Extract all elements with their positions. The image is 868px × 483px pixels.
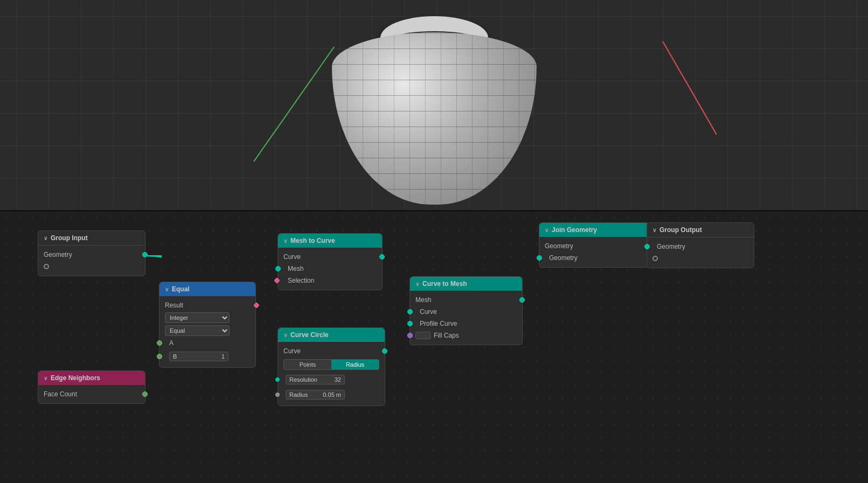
fill-caps-label: Fill Caps	[434, 332, 459, 339]
curve-output-socket	[379, 254, 385, 260]
equal-body: Result Integer Float Equal Not Equal A B…	[159, 296, 255, 367]
equal-title: Equal	[172, 285, 190, 293]
mesh-to-curve-header: ∨ Mesh to Curve	[278, 234, 382, 248]
ctm-curve-input-socket	[407, 309, 413, 314]
ctm-curve-input: Curve	[410, 306, 522, 318]
a-input-socket	[157, 340, 162, 346]
go-geo-label: Geometry	[652, 243, 748, 250]
chevron-icon-8: ∨	[652, 227, 656, 233]
ctm-mesh-output: Mesh	[410, 294, 522, 306]
mtc-mesh-input: Mesh	[278, 263, 382, 275]
edge-neighbors-title: Edge Neighbors	[51, 374, 100, 382]
fill-caps-toggle[interactable]	[415, 332, 430, 339]
curve-circle-header: ∨ Curve Circle	[278, 328, 385, 342]
viewport-3d[interactable]	[0, 0, 868, 210]
equal-a-row: A	[159, 337, 255, 349]
face-count-label: Face Count	[44, 390, 140, 398]
ctm-mesh-socket	[519, 297, 525, 303]
mesh-input-label: Mesh	[283, 265, 377, 272]
chevron-icon-5: ∨	[283, 332, 287, 338]
ctm-curve-input-label: Curve	[415, 308, 517, 316]
jg-geo-in-socket	[537, 255, 542, 261]
ctm-mesh-label: Mesh	[415, 296, 517, 304]
node-mesh-to-curve: ∨ Mesh to Curve Curve Mesh Selection	[277, 233, 383, 290]
group-input-header: ∨ Group Input	[38, 231, 145, 246]
mtc-curve-output: Curve	[278, 251, 382, 263]
node-group-output: ∨ Group Output Geometry	[647, 222, 754, 268]
jg-geo-in-label: Geometry	[545, 254, 643, 262]
ctm-profile-socket	[407, 321, 413, 326]
ctm-fillcaps-input: Fill Caps	[410, 330, 522, 341]
chevron-icon-2: ∨	[44, 375, 47, 381]
jg-geo-out-label: Geometry	[545, 242, 643, 250]
mesh-to-curve-body: Curve Mesh Selection	[278, 248, 382, 290]
type-select[interactable]: Integer Float	[165, 312, 230, 323]
jg-geometry-output: Geometry	[539, 240, 649, 252]
resolution-field[interactable]: Resolution 32	[286, 375, 345, 384]
cc-curve-output: Curve	[278, 345, 385, 357]
result-label: Result	[165, 302, 250, 309]
chevron-icon-6: ∨	[415, 281, 419, 287]
curve-to-mesh-header: ∨ Curve to Mesh	[410, 277, 522, 291]
go-geo-socket	[644, 244, 650, 249]
curve-to-mesh-title: Curve to Mesh	[422, 280, 467, 288]
3d-object	[332, 11, 537, 205]
group-output-body: Geometry	[647, 237, 754, 268]
node-group-input: ∨ Group Input Geometry	[38, 230, 145, 276]
cc-curve-socket	[382, 348, 387, 354]
go-bottom-row	[647, 253, 754, 264]
resolution-row: Resolution 32	[278, 372, 385, 387]
node-edge-neighbors: ∨ Edge Neighbors Face Count	[38, 370, 145, 404]
chevron-icon-3: ∨	[165, 286, 169, 292]
geometry-output-socket	[142, 252, 148, 257]
selection-input-label: Selection	[283, 277, 377, 284]
equal-result-row: Result	[159, 299, 255, 311]
b-value: 1	[221, 353, 225, 360]
group-output-title: Group Output	[659, 226, 702, 234]
cc-curve-label: Curve	[283, 347, 379, 355]
b-label: B	[173, 353, 177, 360]
node-editor[interactable]: ∨ Group Input Geometry ∨ Edge Neighbors …	[0, 212, 868, 483]
group-input-geometry-row: Geometry	[38, 249, 145, 261]
radius-button[interactable]: Radius	[331, 360, 379, 369]
node-join-geometry: ∨ Join Geometry Geometry Geometry	[539, 222, 649, 268]
bottom-socket	[44, 264, 49, 269]
face-count-socket	[142, 391, 148, 397]
group-input-bottom-row	[38, 261, 145, 272]
a-label: A	[165, 339, 250, 347]
join-geometry-header: ∨ Join Geometry	[539, 223, 649, 237]
compare-select[interactable]: Equal Not Equal	[165, 325, 230, 336]
curve-circle-title: Curve Circle	[290, 331, 329, 339]
bowl-mesh	[332, 32, 537, 205]
radius-label: Radius	[289, 391, 308, 398]
b-value-field[interactable]: B 1	[169, 352, 228, 361]
ctm-profile-input: Profile Curve	[410, 318, 522, 330]
join-geometry-title: Join Geometry	[552, 226, 597, 234]
node-equal: ∨ Equal Result Integer Float Equal Not E…	[159, 282, 256, 368]
curve-to-mesh-body: Mesh Curve Profile Curve Fill Caps	[410, 291, 522, 345]
group-input-body: Geometry	[38, 246, 145, 276]
mesh-input-socket	[275, 266, 281, 271]
geometry-label: Geometry	[44, 251, 140, 258]
selection-input-socket	[274, 277, 280, 283]
edge-neighbors-body: Face Count	[38, 385, 145, 403]
ctm-profile-label: Profile Curve	[415, 320, 517, 327]
radius-field[interactable]: Radius 0.05 m	[286, 390, 345, 400]
group-input-title: Group Input	[51, 234, 88, 242]
node-curve-circle: ∨ Curve Circle Curve Points Radius Resol…	[277, 327, 385, 406]
resolution-socket	[275, 377, 280, 382]
chevron-icon-7: ∨	[545, 227, 548, 233]
resolution-value: 32	[335, 376, 341, 383]
mesh-to-curve-title: Mesh to Curve	[290, 237, 335, 244]
resolution-label: Resolution	[289, 376, 317, 383]
mtc-selection-input: Selection	[278, 275, 382, 286]
points-button[interactable]: Points	[284, 360, 331, 369]
chevron-icon-4: ∨	[283, 238, 287, 244]
points-radius-toggle[interactable]: Points Radius	[283, 359, 379, 370]
node-curve-to-mesh: ∨ Curve to Mesh Mesh Curve Profile Curve…	[409, 276, 523, 345]
go-bottom-socket	[652, 256, 658, 261]
chevron-icon: ∨	[44, 235, 47, 241]
b-input-socket	[157, 354, 162, 359]
equal-header: ∨ Equal	[159, 282, 255, 296]
group-output-header: ∨ Group Output	[647, 223, 754, 237]
